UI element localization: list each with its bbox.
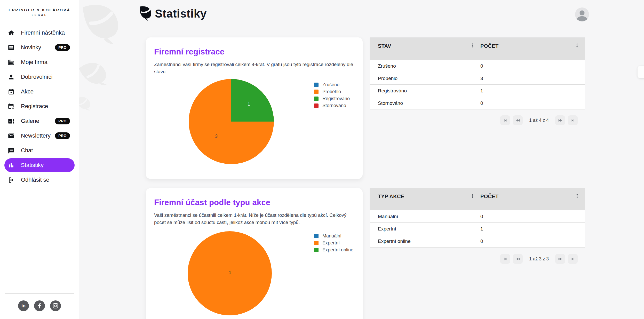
legend-item-zruseno[interactable]: Zrušeno bbox=[314, 81, 350, 88]
sidebar-item-novinky[interactable]: Novinky PRO bbox=[4, 41, 75, 54]
card-firemni-ucast: Firemní účast podle typu akce Vaši zaměs… bbox=[146, 188, 363, 319]
gallery-icon bbox=[8, 118, 15, 125]
column-header-stav[interactable]: STAV bbox=[370, 37, 480, 60]
legend-swatch bbox=[314, 97, 319, 101]
leaf-logo-icon bbox=[138, 5, 153, 21]
sidebar-item-label: Registrace bbox=[21, 103, 48, 110]
column-header-typ-akce[interactable]: TYP AKCE bbox=[370, 188, 480, 210]
sidebar-item-chat[interactable]: Chat bbox=[4, 143, 75, 157]
mail-icon bbox=[8, 132, 15, 139]
next-page-button[interactable] bbox=[555, 254, 565, 264]
news-icon bbox=[8, 44, 15, 51]
legend-item-probehlo[interactable]: Proběhlo bbox=[314, 88, 350, 95]
scrollbar-thumb[interactable] bbox=[638, 66, 644, 78]
sidebar-item-firemni-nastenka[interactable]: Firemní nástěnka bbox=[4, 26, 75, 40]
legend-swatch bbox=[314, 103, 319, 108]
table-row: Proběhlo 3 bbox=[370, 72, 585, 85]
brand-subtitle: LEGAL bbox=[0, 13, 79, 17]
card-description: Vaši zaměstnanci se účastnili celkem 1-k… bbox=[154, 212, 353, 226]
legend-item-manualni[interactable]: Manuální bbox=[314, 233, 353, 240]
building-icon bbox=[8, 59, 15, 66]
chart-legend: Manuální Expertní Expertní online bbox=[314, 233, 353, 253]
sidebar-item-label: Dobrovolníci bbox=[21, 74, 52, 80]
legend-item-expertni-online[interactable]: Expertní online bbox=[314, 246, 353, 253]
legend-label: Expertní online bbox=[322, 247, 353, 253]
first-page-button[interactable] bbox=[500, 254, 510, 264]
sidebar-footer: in bbox=[0, 293, 79, 319]
table-row: Expertní online 0 bbox=[370, 235, 585, 248]
logout-icon bbox=[8, 177, 15, 184]
bar-chart-icon bbox=[8, 162, 15, 169]
card-title: Firemní registrace bbox=[154, 47, 354, 57]
legend-label: Proběhlo bbox=[322, 89, 341, 94]
table-row: Expertní 1 bbox=[370, 223, 585, 235]
sidebar-item-newslettery[interactable]: Newslettery PRO bbox=[4, 129, 75, 143]
next-page-button[interactable] bbox=[555, 115, 565, 125]
sidebar-item-moje-firma[interactable]: Moje firma bbox=[4, 55, 75, 69]
instagram-icon[interactable] bbox=[50, 300, 61, 311]
column-header-pocet[interactable]: POČET bbox=[480, 37, 585, 60]
sidebar-item-label: Newslettery bbox=[21, 132, 51, 139]
table-row: Registrováno 1 bbox=[370, 85, 585, 97]
calendar-plus-icon bbox=[8, 103, 15, 110]
sidebar-item-label: Statistiky bbox=[21, 162, 44, 169]
sidebar-item-label: Odhlásit se bbox=[21, 177, 49, 183]
legend-item-stornovano[interactable]: Stornováno bbox=[314, 102, 350, 109]
first-page-button[interactable] bbox=[500, 115, 510, 125]
pagination: 1 až 4 z 4 bbox=[500, 115, 578, 125]
sidebar-item-akce[interactable]: Akce bbox=[4, 85, 75, 99]
pagination-status: 1 až 4 z 4 bbox=[529, 118, 549, 123]
table-row: Zrušeno 0 bbox=[370, 60, 585, 72]
prev-page-button[interactable] bbox=[513, 115, 523, 125]
social-links: in bbox=[0, 294, 79, 319]
sidebar-item-label: Firemní nástěnka bbox=[21, 29, 65, 36]
sidebar-item-label: Chat bbox=[21, 147, 33, 154]
avatar[interactable] bbox=[575, 7, 589, 21]
legend-swatch bbox=[314, 234, 319, 238]
linkedin-icon[interactable]: in bbox=[18, 300, 29, 311]
table-registrace: STAV POČET Zrušeno 0 Proběhlo 3 Registro… bbox=[370, 37, 585, 109]
card-title: Firemní účast podle typu akce bbox=[154, 198, 354, 207]
pro-badge: PRO bbox=[55, 118, 70, 124]
pie-value-expertni: 1 bbox=[229, 270, 231, 275]
column-header-pocet[interactable]: POČET bbox=[480, 188, 585, 210]
last-page-button[interactable] bbox=[568, 254, 578, 264]
table-header: STAV POČET bbox=[370, 37, 585, 60]
last-page-button[interactable] bbox=[568, 115, 578, 125]
card-description: Zaměstnanci vaší firmy se registrovali c… bbox=[154, 61, 353, 75]
sidebar-nav: Firemní nástěnka Novinky PRO Moje firma … bbox=[0, 26, 79, 187]
legend-label: Stornováno bbox=[322, 103, 346, 108]
sidebar-item-label: Galerie bbox=[21, 118, 39, 124]
chat-icon bbox=[8, 147, 15, 154]
calendar-icon bbox=[8, 88, 15, 95]
prev-page-button[interactable] bbox=[513, 254, 523, 264]
table-typ-akce: TYP AKCE POČET Manuální 0 Expertní 1 Exp… bbox=[370, 188, 585, 248]
table-header: TYP AKCE POČET bbox=[370, 188, 585, 210]
brand-name: EPPINGER & KOLÁROVÁ bbox=[0, 8, 79, 12]
pie-value-probehlo: 3 bbox=[215, 134, 218, 139]
sort-icon bbox=[470, 193, 475, 198]
pagination-status: 1 až 3 z 3 bbox=[529, 256, 549, 262]
facebook-icon[interactable] bbox=[34, 300, 45, 311]
sidebar-item-dobrovolnici[interactable]: Dobrovolníci bbox=[4, 70, 75, 84]
home-icon bbox=[8, 29, 15, 36]
sidebar-item-registrace[interactable]: Registrace bbox=[4, 99, 75, 113]
page-title: Statistiky bbox=[155, 7, 207, 20]
leaf-watermark bbox=[74, 0, 131, 49]
legend-label: Manuální bbox=[322, 233, 341, 239]
sidebar-item-galerie[interactable]: Galerie PRO bbox=[4, 114, 75, 128]
sidebar-item-statistiky[interactable]: Statistiky bbox=[4, 158, 75, 172]
sort-icon bbox=[470, 43, 475, 48]
sidebar-item-label: Novinky bbox=[21, 44, 41, 51]
sort-icon bbox=[575, 43, 580, 48]
table-row: Stornováno 0 bbox=[370, 97, 585, 109]
legend-item-registrovano[interactable]: Registrováno bbox=[314, 95, 350, 102]
brand-logo: EPPINGER & KOLÁROVÁ LEGAL bbox=[0, 0, 79, 17]
pie-value-registrovano: 1 bbox=[248, 102, 250, 107]
legend-swatch bbox=[314, 90, 319, 94]
legend-swatch bbox=[314, 241, 319, 245]
sort-icon bbox=[575, 193, 580, 198]
legend-item-expertni[interactable]: Expertní bbox=[314, 240, 353, 246]
sidebar-item-odhlasit-se[interactable]: Odhlásit se bbox=[4, 173, 75, 187]
sidebar: EPPINGER & KOLÁROVÁ LEGAL Firemní nástěn… bbox=[0, 0, 79, 319]
